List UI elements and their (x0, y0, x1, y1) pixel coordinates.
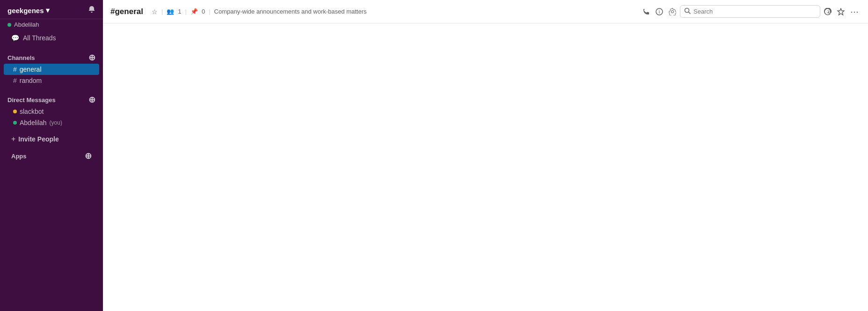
main-content: #general ☆ | 👥 1 | 📌 0 | Company-wide an… (103, 0, 868, 311)
dm-item-abdelilah[interactable]: Abdelilah (you) (4, 117, 99, 128)
channel-item-general[interactable]: # general (4, 64, 99, 75)
pins-count: 0 (202, 8, 205, 15)
channels-section: Channels ⊕ # general # random (0, 52, 103, 86)
channels-section-header[interactable]: Channels ⊕ (0, 52, 103, 64)
add-dm-icon[interactable]: ⊕ (88, 96, 95, 104)
channel-title: #general (110, 7, 143, 16)
info-button[interactable]: i (654, 6, 665, 17)
hash-icon-general: # (13, 66, 17, 73)
dm-label: Direct Messages (7, 96, 56, 104)
hash-icon-random: # (13, 77, 17, 84)
star-header-button[interactable] (835, 6, 846, 17)
separator-1: | (161, 8, 163, 15)
channel-name-random: random (20, 77, 42, 84)
header-right: i (641, 5, 861, 18)
search-icon (684, 7, 691, 15)
you-label: (you) (50, 119, 62, 126)
dm-section-header[interactable]: Direct Messages ⊕ (0, 94, 103, 106)
add-app-icon[interactable]: ⊕ (85, 152, 92, 160)
star-icon[interactable]: ☆ (152, 8, 158, 15)
dm-name-abdelilah: Abdelilah (20, 119, 47, 126)
separator-2: | (185, 8, 187, 15)
channel-item-random[interactable]: # random (4, 75, 99, 86)
dm-name-slackbot: slackbot (20, 108, 44, 115)
svg-text:i: i (659, 9, 660, 15)
separator-3: | (209, 8, 210, 15)
svg-marker-4 (838, 8, 844, 15)
channels-label: Channels (7, 54, 35, 61)
apps-label: Apps (11, 153, 27, 160)
slackbot-status-dot (13, 110, 17, 113)
workspace-name-text: geekgenes (7, 7, 44, 15)
notification-bell-icon[interactable] (88, 6, 95, 15)
more-options-button[interactable]: ⋯ (848, 6, 861, 18)
svg-line-3 (689, 12, 691, 14)
channel-header: #general ☆ | 👥 1 | 📌 0 | Company-wide an… (103, 0, 868, 23)
channel-content-area (103, 23, 868, 311)
pin-icon: 📌 (190, 8, 198, 15)
workspace-chevron-icon: ▾ (46, 6, 50, 15)
members-icon: 👥 (167, 8, 174, 15)
dm-item-slackbot[interactable]: slackbot (4, 106, 99, 117)
workspace-name[interactable]: geekgenes ▾ (7, 6, 50, 15)
sidebar: geekgenes ▾ Abdelilah 💬 All Threads Chan… (0, 0, 103, 311)
add-channel-icon[interactable]: ⊕ (88, 53, 95, 62)
user-status-dot (7, 23, 11, 27)
invite-people-button[interactable]: + Invite People (4, 132, 99, 146)
abdelilah-status-dot (13, 121, 17, 125)
all-threads-icon: 💬 (11, 34, 19, 42)
settings-button[interactable] (667, 6, 678, 17)
all-threads-label: All Threads (23, 34, 56, 42)
channel-name-general: general (20, 66, 42, 73)
direct-messages-section: Direct Messages ⊕ slackbot Abdelilah (yo… (0, 94, 103, 128)
phone-button[interactable] (641, 6, 652, 17)
user-status-row: Abdelilah (0, 19, 103, 32)
members-count: 1 (178, 8, 181, 15)
ellipsis-icon: ⋯ (850, 7, 859, 16)
invite-people-label: Invite People (18, 135, 58, 143)
invite-plus-icon: + (11, 135, 15, 143)
user-display-name: Abdelilah (14, 21, 39, 28)
sidebar-header: geekgenes ▾ (0, 0, 103, 19)
at-button[interactable] (822, 6, 833, 17)
search-input[interactable] (693, 8, 816, 15)
sidebar-item-all-threads[interactable]: 💬 All Threads (4, 32, 99, 44)
channel-description: Company-wide announcements and work-base… (214, 8, 367, 15)
apps-section[interactable]: Apps ⊕ (4, 150, 99, 162)
search-box[interactable] (680, 5, 820, 18)
channel-meta: ☆ | 👥 1 | 📌 0 | Company-wide announcemen… (152, 8, 635, 15)
